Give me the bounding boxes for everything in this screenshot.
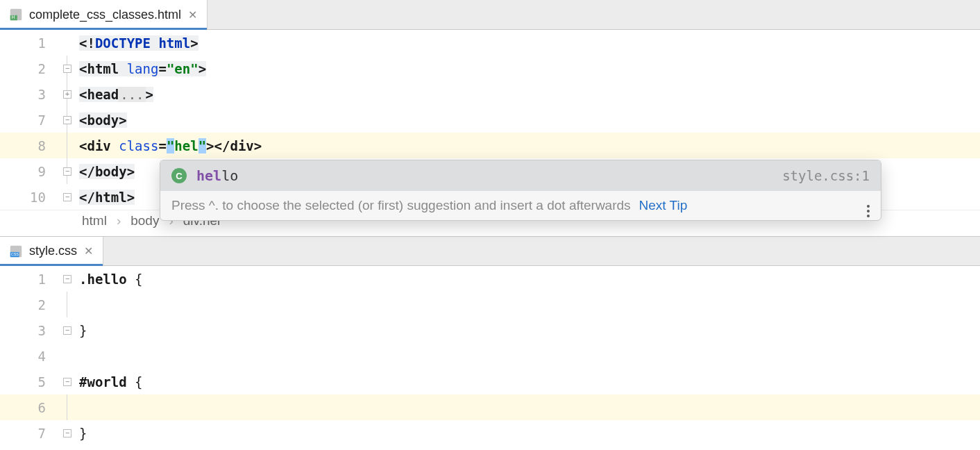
svg-text:H: H (12, 15, 15, 19)
fold-gutter (61, 30, 74, 56)
code-line[interactable]: <body> (74, 112, 127, 128)
line-number: 10 (0, 190, 61, 205)
line-number: 6 (0, 400, 61, 415)
code-line[interactable]: #world { (74, 374, 143, 390)
code-line[interactable]: <html lang="en"> (74, 61, 206, 76)
code-line[interactable]: <div class="hel"></div> (74, 138, 262, 153)
fold-gutter[interactable]: − (61, 266, 74, 292)
autocomplete-hint-bar: Press ^. to choose the selected (or firs… (160, 191, 881, 220)
fold-gutter (61, 394, 74, 420)
tab-filename: style.css (29, 244, 77, 258)
fold-gutter[interactable]: − (61, 369, 74, 394)
tab-bar-top: H complete_css_classes.html ✕ (0, 0, 980, 30)
close-tab-icon[interactable]: ✕ (187, 8, 198, 22)
line-number: 7 (0, 112, 61, 128)
fold-gutter[interactable]: − (61, 56, 74, 81)
code-line[interactable]: <!DOCTYPE html> (74, 35, 198, 51)
svg-text:CSS: CSS (11, 252, 19, 256)
fold-gutter[interactable]: + (61, 81, 74, 107)
fold-gutter[interactable]: − (61, 184, 74, 210)
class-badge-icon: C (171, 168, 187, 183)
more-menu-icon[interactable] (867, 194, 870, 217)
fold-gutter[interactable]: − (61, 107, 74, 133)
code-line[interactable]: .hello { (74, 272, 143, 287)
line-number: 2 (0, 297, 61, 312)
code-line[interactable]: } (74, 323, 87, 338)
css-file-icon: CSS (8, 244, 24, 259)
line-number: 9 (0, 164, 61, 179)
line-number: 1 (0, 35, 61, 51)
code-line[interactable]: </body> (74, 164, 135, 179)
breadcrumb-item[interactable]: body (130, 213, 159, 228)
fold-gutter[interactable]: − (61, 420, 74, 446)
autocomplete-suggestion: hello (196, 167, 772, 184)
line-number: 2 (0, 61, 61, 76)
line-number: 5 (0, 374, 61, 390)
code-line[interactable]: </html> (74, 190, 135, 205)
line-number: 3 (0, 323, 61, 338)
line-number: 7 (0, 426, 61, 441)
autocomplete-source: style.css:1 (782, 168, 870, 183)
chevron-right-icon: › (117, 213, 121, 228)
code-line[interactable]: <head...> (74, 87, 153, 102)
close-tab-icon[interactable]: ✕ (83, 244, 94, 258)
next-tip-link[interactable]: Next Tip (639, 198, 688, 213)
hint-text: Press ^. to choose the selected (or firs… (171, 198, 631, 213)
editor-bottom[interactable]: 1 − .hello { 2 3 − } 4 5 − #world { 6 7 … (0, 266, 980, 450)
breadcrumb-item[interactable]: html (82, 213, 107, 228)
line-number: 1 (0, 272, 61, 287)
tab-html-file[interactable]: H complete_css_classes.html ✕ (0, 0, 208, 29)
html-file-icon: H (8, 7, 24, 22)
line-number: 8 (0, 138, 61, 153)
code-line[interactable]: } (74, 426, 87, 441)
fold-gutter[interactable]: − (61, 158, 74, 184)
line-number: 4 (0, 349, 61, 364)
line-number: 3 (0, 87, 61, 102)
tab-css-file[interactable]: CSS style.css ✕ (0, 237, 103, 265)
autocomplete-item[interactable]: C hello style.css:1 (160, 160, 881, 191)
fold-gutter (61, 133, 74, 158)
fold-gutter (61, 343, 74, 369)
fold-gutter[interactable]: − (61, 317, 74, 343)
tab-filename: complete_css_classes.html (29, 8, 181, 22)
autocomplete-popup: C hello style.css:1 Press ^. to choose t… (160, 160, 881, 221)
fold-gutter (61, 292, 74, 317)
tab-bar-bottom: CSS style.css ✕ (0, 236, 980, 266)
